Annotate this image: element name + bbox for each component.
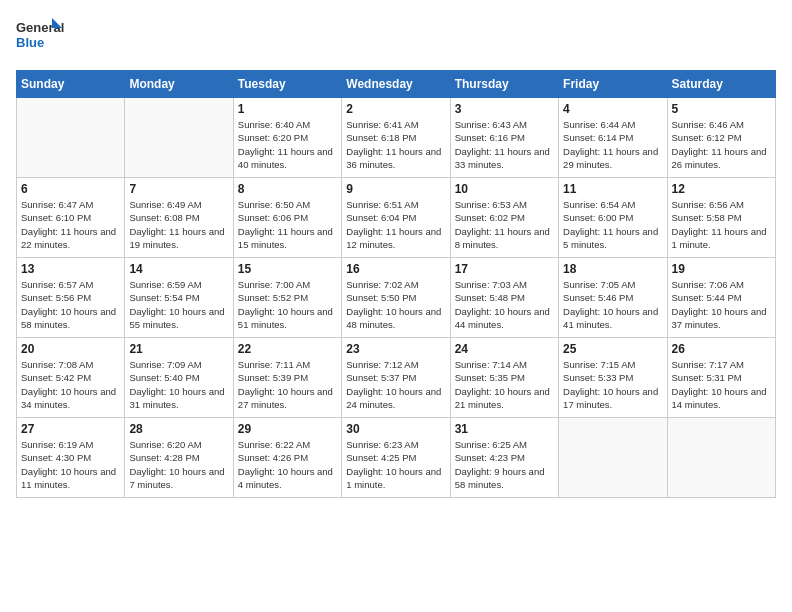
day-number: 3 — [455, 102, 554, 116]
day-cell — [125, 98, 233, 178]
day-number: 27 — [21, 422, 120, 436]
day-info: Sunrise: 6:54 AMSunset: 6:00 PMDaylight:… — [563, 198, 662, 251]
day-cell: 1Sunrise: 6:40 AMSunset: 6:20 PMDaylight… — [233, 98, 341, 178]
day-info: Sunrise: 6:56 AMSunset: 5:58 PMDaylight:… — [672, 198, 771, 251]
day-info: Sunrise: 6:41 AMSunset: 6:18 PMDaylight:… — [346, 118, 445, 171]
day-number: 30 — [346, 422, 445, 436]
day-number: 8 — [238, 182, 337, 196]
day-number: 25 — [563, 342, 662, 356]
day-number: 4 — [563, 102, 662, 116]
day-info: Sunrise: 6:44 AMSunset: 6:14 PMDaylight:… — [563, 118, 662, 171]
day-info: Sunrise: 6:46 AMSunset: 6:12 PMDaylight:… — [672, 118, 771, 171]
day-cell: 5Sunrise: 6:46 AMSunset: 6:12 PMDaylight… — [667, 98, 775, 178]
day-cell: 13Sunrise: 6:57 AMSunset: 5:56 PMDayligh… — [17, 258, 125, 338]
day-number: 13 — [21, 262, 120, 276]
day-cell: 19Sunrise: 7:06 AMSunset: 5:44 PMDayligh… — [667, 258, 775, 338]
day-cell: 23Sunrise: 7:12 AMSunset: 5:37 PMDayligh… — [342, 338, 450, 418]
day-cell: 18Sunrise: 7:05 AMSunset: 5:46 PMDayligh… — [559, 258, 667, 338]
day-number: 28 — [129, 422, 228, 436]
day-number: 10 — [455, 182, 554, 196]
day-info: Sunrise: 7:02 AMSunset: 5:50 PMDaylight:… — [346, 278, 445, 331]
day-cell: 9Sunrise: 6:51 AMSunset: 6:04 PMDaylight… — [342, 178, 450, 258]
day-number: 17 — [455, 262, 554, 276]
week-row-3: 13Sunrise: 6:57 AMSunset: 5:56 PMDayligh… — [17, 258, 776, 338]
header-cell-thursday: Thursday — [450, 71, 558, 98]
day-cell: 2Sunrise: 6:41 AMSunset: 6:18 PMDaylight… — [342, 98, 450, 178]
day-number: 15 — [238, 262, 337, 276]
day-info: Sunrise: 6:47 AMSunset: 6:10 PMDaylight:… — [21, 198, 120, 251]
day-info: Sunrise: 6:49 AMSunset: 6:08 PMDaylight:… — [129, 198, 228, 251]
day-cell: 6Sunrise: 6:47 AMSunset: 6:10 PMDaylight… — [17, 178, 125, 258]
header: General Blue — [16, 16, 776, 58]
day-info: Sunrise: 6:51 AMSunset: 6:04 PMDaylight:… — [346, 198, 445, 251]
day-number: 14 — [129, 262, 228, 276]
day-info: Sunrise: 6:43 AMSunset: 6:16 PMDaylight:… — [455, 118, 554, 171]
day-cell: 11Sunrise: 6:54 AMSunset: 6:00 PMDayligh… — [559, 178, 667, 258]
day-info: Sunrise: 6:59 AMSunset: 5:54 PMDaylight:… — [129, 278, 228, 331]
header-cell-friday: Friday — [559, 71, 667, 98]
day-info: Sunrise: 6:53 AMSunset: 6:02 PMDaylight:… — [455, 198, 554, 251]
day-cell: 26Sunrise: 7:17 AMSunset: 5:31 PMDayligh… — [667, 338, 775, 418]
day-number: 22 — [238, 342, 337, 356]
day-number: 29 — [238, 422, 337, 436]
header-cell-tuesday: Tuesday — [233, 71, 341, 98]
calendar-table: SundayMondayTuesdayWednesdayThursdayFrid… — [16, 70, 776, 498]
day-cell: 3Sunrise: 6:43 AMSunset: 6:16 PMDaylight… — [450, 98, 558, 178]
day-cell: 15Sunrise: 7:00 AMSunset: 5:52 PMDayligh… — [233, 258, 341, 338]
day-cell: 20Sunrise: 7:08 AMSunset: 5:42 PMDayligh… — [17, 338, 125, 418]
day-cell: 8Sunrise: 6:50 AMSunset: 6:06 PMDaylight… — [233, 178, 341, 258]
day-cell: 31Sunrise: 6:25 AMSunset: 4:23 PMDayligh… — [450, 418, 558, 498]
header-cell-sunday: Sunday — [17, 71, 125, 98]
day-info: Sunrise: 7:05 AMSunset: 5:46 PMDaylight:… — [563, 278, 662, 331]
day-info: Sunrise: 7:08 AMSunset: 5:42 PMDaylight:… — [21, 358, 120, 411]
day-number: 7 — [129, 182, 228, 196]
day-number: 31 — [455, 422, 554, 436]
day-cell: 29Sunrise: 6:22 AMSunset: 4:26 PMDayligh… — [233, 418, 341, 498]
day-number: 20 — [21, 342, 120, 356]
day-info: Sunrise: 6:25 AMSunset: 4:23 PMDaylight:… — [455, 438, 554, 491]
day-info: Sunrise: 6:20 AMSunset: 4:28 PMDaylight:… — [129, 438, 228, 491]
day-info: Sunrise: 6:22 AMSunset: 4:26 PMDaylight:… — [238, 438, 337, 491]
logo: General Blue — [16, 16, 66, 58]
day-number: 9 — [346, 182, 445, 196]
day-info: Sunrise: 7:14 AMSunset: 5:35 PMDaylight:… — [455, 358, 554, 411]
day-number: 12 — [672, 182, 771, 196]
header-cell-monday: Monday — [125, 71, 233, 98]
day-cell — [559, 418, 667, 498]
day-cell: 16Sunrise: 7:02 AMSunset: 5:50 PMDayligh… — [342, 258, 450, 338]
day-number: 23 — [346, 342, 445, 356]
day-info: Sunrise: 7:12 AMSunset: 5:37 PMDaylight:… — [346, 358, 445, 411]
day-number: 24 — [455, 342, 554, 356]
day-cell: 4Sunrise: 6:44 AMSunset: 6:14 PMDaylight… — [559, 98, 667, 178]
svg-text:Blue: Blue — [16, 35, 44, 50]
day-cell: 7Sunrise: 6:49 AMSunset: 6:08 PMDaylight… — [125, 178, 233, 258]
day-cell: 17Sunrise: 7:03 AMSunset: 5:48 PMDayligh… — [450, 258, 558, 338]
page: General Blue SundayMondayTuesdayWednesda… — [0, 0, 792, 612]
day-number: 19 — [672, 262, 771, 276]
day-cell: 22Sunrise: 7:11 AMSunset: 5:39 PMDayligh… — [233, 338, 341, 418]
day-number: 5 — [672, 102, 771, 116]
day-cell: 14Sunrise: 6:59 AMSunset: 5:54 PMDayligh… — [125, 258, 233, 338]
header-row: SundayMondayTuesdayWednesdayThursdayFrid… — [17, 71, 776, 98]
day-number: 1 — [238, 102, 337, 116]
day-info: Sunrise: 7:09 AMSunset: 5:40 PMDaylight:… — [129, 358, 228, 411]
day-cell: 12Sunrise: 6:56 AMSunset: 5:58 PMDayligh… — [667, 178, 775, 258]
day-number: 18 — [563, 262, 662, 276]
day-cell: 10Sunrise: 6:53 AMSunset: 6:02 PMDayligh… — [450, 178, 558, 258]
week-row-5: 27Sunrise: 6:19 AMSunset: 4:30 PMDayligh… — [17, 418, 776, 498]
day-number: 6 — [21, 182, 120, 196]
day-info: Sunrise: 7:06 AMSunset: 5:44 PMDaylight:… — [672, 278, 771, 331]
day-number: 26 — [672, 342, 771, 356]
day-number: 21 — [129, 342, 228, 356]
week-row-4: 20Sunrise: 7:08 AMSunset: 5:42 PMDayligh… — [17, 338, 776, 418]
day-cell: 28Sunrise: 6:20 AMSunset: 4:28 PMDayligh… — [125, 418, 233, 498]
day-info: Sunrise: 7:03 AMSunset: 5:48 PMDaylight:… — [455, 278, 554, 331]
day-cell: 30Sunrise: 6:23 AMSunset: 4:25 PMDayligh… — [342, 418, 450, 498]
day-info: Sunrise: 6:50 AMSunset: 6:06 PMDaylight:… — [238, 198, 337, 251]
day-info: Sunrise: 6:23 AMSunset: 4:25 PMDaylight:… — [346, 438, 445, 491]
logo-svg: General Blue — [16, 16, 66, 58]
day-number: 11 — [563, 182, 662, 196]
day-info: Sunrise: 6:57 AMSunset: 5:56 PMDaylight:… — [21, 278, 120, 331]
day-cell: 27Sunrise: 6:19 AMSunset: 4:30 PMDayligh… — [17, 418, 125, 498]
header-cell-wednesday: Wednesday — [342, 71, 450, 98]
